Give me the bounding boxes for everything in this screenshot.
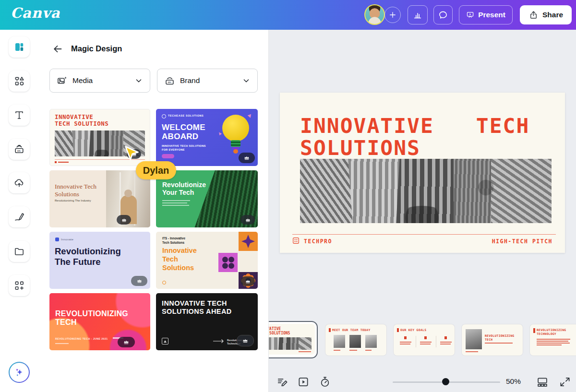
chat-bubble-icon [438, 10, 448, 20]
timer-button[interactable] [319, 376, 331, 388]
filmstrip-slide-1-selected[interactable]: INNOVATIVE TECH SOLUTIONS [269, 321, 318, 358]
slide-tagline-text[interactable]: HIGH-TECH PITCH [492, 238, 552, 245]
brand-filter-dropdown[interactable]: co. Brand [157, 69, 258, 93]
template-title: Innovative Tech Solutions [162, 246, 197, 272]
magic-assistant-button[interactable] [9, 362, 30, 383]
thumb-title: OUR KEY GOALS [400, 328, 454, 332]
draw-pen-icon [13, 211, 25, 223]
filmstrip-slide-2[interactable]: MEET OUR TEAM TODAY [325, 324, 386, 356]
slide-image[interactable] [300, 159, 552, 223]
template-its-innovative-tech[interactable]: ITS - Innovative Tech Solutions Innovati… [156, 232, 258, 289]
insights-button[interactable] [408, 5, 428, 24]
chevron-down-icon [242, 76, 251, 85]
autoplay-button[interactable] [297, 376, 310, 388]
template-revolutionizing-the-future[interactable]: Innovate Revolutionizing The Future [49, 232, 150, 289]
bar-chart-icon [412, 10, 423, 20]
back-button[interactable] [52, 43, 63, 55]
fullscreen-button[interactable] [559, 376, 571, 388]
slide-logo-icon[interactable] [293, 238, 299, 244]
sidebar-item-design[interactable] [9, 36, 30, 58]
template-brand-logo [55, 238, 59, 241]
stopwatch-icon [319, 376, 331, 388]
thumb-title: REVOLUTIONIZING TECHNOLOGY [537, 328, 575, 336]
template-brand: ITS - Innovative Tech Solutions [162, 237, 185, 245]
magic-design-panel: Magic Design Media co. Brand INNOVATIVE … [38, 30, 269, 392]
pro-badge [240, 276, 255, 286]
elements-icon [13, 75, 25, 87]
share-label: Share [542, 11, 563, 19]
pro-badge [117, 215, 131, 225]
template-subtitle: REVOLUTIONIZING TECH - JUNE 2021 [55, 337, 108, 340]
zoom-level-value[interactable]: 50% [506, 377, 521, 386]
sidebar-item-draw[interactable] [9, 206, 30, 227]
notes-icon [276, 376, 289, 388]
chevron-down-icon [134, 76, 143, 85]
text-icon [13, 109, 25, 121]
filmstrip-slide-3[interactable]: OUR KEY GOALS [394, 324, 455, 356]
slide-brand-text[interactable]: TECHPRO [304, 238, 332, 245]
grid-view-button[interactable] [536, 376, 549, 388]
template-revolutionize-your-tech[interactable]: Revolutionize Your Tech [156, 170, 258, 227]
sidebar-item-projects[interactable] [9, 241, 30, 262]
design-icon [13, 41, 25, 53]
sidebar-item-elements[interactable] [9, 71, 30, 92]
template-innovative-tech-serif[interactable]: Innovative Tech Solutions Revolutionizin… [49, 170, 150, 227]
avatar[interactable] [364, 4, 385, 25]
sparkle-icon [13, 366, 25, 379]
comments-button[interactable] [433, 5, 453, 24]
share-upload-icon [528, 10, 539, 20]
template-cta-pill [162, 154, 174, 158]
present-button[interactable]: Present [459, 5, 513, 24]
sidebar-item-text[interactable] [9, 105, 30, 126]
top-header: Canva Present Share [0, 0, 576, 30]
svg-text:co.: co. [168, 81, 172, 83]
canva-app-window: Canva Present Share [0, 0, 576, 392]
template-dot [162, 281, 166, 285]
slide-canvas[interactable]: INNOVATIVE TECH SOLUTIONS TECHPRO HIGH-T… [280, 93, 565, 253]
apps-icon [13, 280, 25, 291]
canvas-area: INNOVATIVE TECH SOLUTIONS TECHPRO HIGH-T… [269, 30, 576, 392]
template-solutions-ahead[interactable]: INNOVATIVE TECH SOLUTIONS AHEAD Revoluti… [156, 293, 258, 350]
share-button[interactable]: Share [520, 5, 572, 24]
pro-badge [239, 153, 255, 163]
arrow-right-icon [213, 339, 225, 344]
left-rail: co. [0, 30, 38, 392]
sidebar-item-brand[interactable]: co. [9, 139, 30, 160]
notes-button[interactable] [276, 376, 289, 388]
template-revolutionizing-tech[interactable]: REVOLUTIONIZING TECH REVOLUTIONIZING TEC… [49, 293, 150, 350]
present-label: Present [478, 11, 505, 19]
slide-title[interactable]: INNOVATIVE TECH SOLUTIONS [300, 115, 542, 159]
add-collaborator-button[interactable] [384, 7, 401, 23]
brand-filter-label: Brand [180, 76, 237, 85]
grid-view-icon [536, 376, 549, 388]
collaborator-name-label: Dylan [136, 161, 176, 179]
template-welcome-aboard[interactable]: TECHEASE SOLUTIONS WELCOME ABOARD INNOVA… [156, 109, 258, 166]
template-title: Revolutionize Your Tech [162, 181, 206, 196]
play-icon [297, 376, 310, 388]
filmstrip-slide-4[interactable]: REVOLUTIONIZING TECH [462, 324, 523, 356]
zoom-slider-handle[interactable] [442, 378, 449, 385]
media-filter-dropdown[interactable]: Media [49, 69, 150, 93]
arrow-left-icon [52, 43, 63, 55]
sidebar-item-uploads[interactable] [9, 172, 30, 193]
shape-dots-square [218, 253, 238, 272]
template-subtitle: INNOVATIVE TECH SOLUTIONS FOR EVERYONE [162, 144, 206, 152]
zoom-slider[interactable] [393, 378, 500, 386]
media-filter-label: Media [72, 76, 130, 85]
sidebar-item-apps[interactable] [9, 275, 30, 296]
canva-logo[interactable]: Canva [11, 5, 60, 21]
template-title: Innovative Tech Solutions [55, 183, 112, 198]
thumb-title: MEET OUR TEAM TODAY [332, 328, 386, 332]
template-title: INNOVATIVE TECH SOLUTIONS AHEAD [162, 299, 232, 316]
pro-badge [118, 337, 135, 347]
filmstrip-slide-5[interactable]: REVOLUTIONIZING TECHNOLOGY [530, 324, 576, 356]
folder-icon [13, 246, 25, 257]
slide-footer-divider [292, 234, 556, 235]
pro-badge [240, 215, 255, 225]
brand-icon: co. [164, 75, 175, 86]
template-logo-mark [162, 338, 168, 344]
template-brand: Innovate [61, 238, 73, 241]
plus-icon [388, 11, 397, 19]
template-brand: TECHEASE SOLUTIONS [168, 114, 204, 117]
panel-title: Magic Design [71, 44, 122, 53]
